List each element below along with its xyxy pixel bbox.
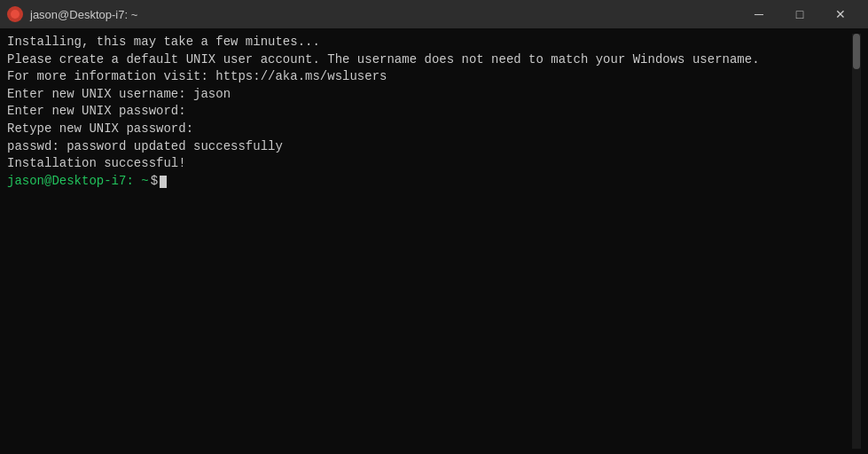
- prompt-user-host: jason@Desktop-i7: ~: [7, 173, 149, 191]
- scrollbar[interactable]: [852, 34, 861, 449]
- maximize-button[interactable]: □: [779, 0, 820, 28]
- scrollbar-thumb[interactable]: [853, 34, 860, 69]
- terminal-prompt: jason@Desktop-i7: ~ $: [7, 173, 852, 191]
- terminal-window[interactable]: Installing, this may take a few minutes.…: [0, 28, 868, 454]
- title-bar: jason@Desktop-i7: ~ ─ □ ✕: [0, 0, 868, 28]
- title-bar-title: jason@Desktop-i7: ~: [30, 8, 137, 21]
- title-bar-controls: ─ □ ✕: [739, 0, 861, 28]
- minimize-button[interactable]: ─: [739, 0, 779, 28]
- close-button[interactable]: ✕: [820, 0, 861, 28]
- terminal-icon: [7, 6, 23, 22]
- terminal-output: Installing, this may take a few minutes.…: [7, 34, 852, 173]
- terminal-cursor: [160, 176, 167, 188]
- terminal-content: Installing, this may take a few minutes.…: [7, 34, 852, 449]
- prompt-dollar: $: [151, 173, 158, 191]
- title-bar-left: jason@Desktop-i7: ~: [7, 6, 137, 22]
